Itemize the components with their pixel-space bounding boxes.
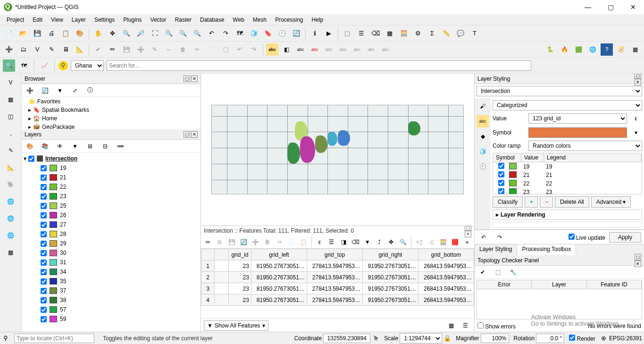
col-grid-left[interactable]: grid_left: [251, 249, 307, 260]
scale-select[interactable]: 1:1294744: [400, 333, 442, 344]
class-row[interactable]: 2323: [493, 188, 642, 194]
symbology-tab[interactable]: 🖌: [477, 100, 489, 112]
diagram-button[interactable]: ◧: [280, 43, 293, 56]
legend-checkbox[interactable]: [41, 165, 47, 171]
delete-selected-button[interactable]: 🗑: [177, 43, 189, 56]
field-calc-button[interactable]: 🧮: [398, 27, 410, 40]
label-change-button[interactable]: abc: [365, 43, 377, 56]
browser-item[interactable]: Home: [42, 115, 57, 122]
topology-results-table[interactable]: Error Layer Feature ID: [477, 280, 642, 319]
attr-save-button[interactable]: 💾: [227, 236, 237, 248]
layer-rendering-section[interactable]: ▸ Layer Rendering: [493, 210, 642, 220]
legend-checkbox[interactable]: [41, 203, 47, 209]
legend-item[interactable]: 28: [24, 229, 199, 239]
attr-filter-button[interactable]: ▼: [362, 236, 372, 248]
attr-pan-button[interactable]: ✥: [386, 236, 396, 248]
attr-multiedit-button[interactable]: ⧉: [215, 236, 225, 248]
open-project-button[interactable]: 📂: [17, 27, 29, 40]
zoom-last-button[interactable]: ↶: [205, 27, 217, 40]
attr-select-all-button[interactable]: ☰: [326, 236, 336, 248]
class-checkbox[interactable]: [498, 171, 504, 177]
plugin-fire-button[interactable]: 🔥: [558, 43, 570, 56]
tab-processing-toolbox[interactable]: Processing Toolbox: [517, 244, 576, 255]
menu-processing[interactable]: Processing: [271, 16, 307, 24]
class-checkbox[interactable]: [498, 180, 504, 186]
class-row[interactable]: 2121: [493, 171, 642, 179]
legend-item[interactable]: 22: [24, 182, 199, 192]
refresh-button[interactable]: 🔄: [290, 27, 302, 40]
table-row[interactable]: 22381950.27673051…278413.5947953…91950.2…: [201, 272, 474, 283]
deselect-button[interactable]: ⌫: [369, 27, 382, 40]
legend-item[interactable]: 25: [24, 201, 199, 210]
style-manager-button[interactable]: 🎨: [74, 27, 86, 40]
ct-value-head[interactable]: Value: [521, 153, 544, 162]
measure-button[interactable]: 📏: [440, 27, 452, 40]
value-field-select[interactable]: 123 grid_id: [528, 113, 627, 124]
attr-reload-button[interactable]: 🔄: [239, 236, 249, 248]
attr-cut-button[interactable]: ✂: [275, 236, 284, 248]
crs-button[interactable]: ⊕ EPSG:26391: [600, 335, 642, 342]
new-spatialite-button[interactable]: 🖥: [59, 43, 72, 56]
menu-layer[interactable]: Layer: [68, 16, 90, 24]
legend-checkbox[interactable]: [41, 260, 47, 266]
table-row[interactable]: 42381950.27673051…278413.5947953…91950.2…: [201, 294, 474, 306]
legend-item[interactable]: 35: [24, 277, 199, 286]
zoom-full-button[interactable]: ⛶: [149, 27, 161, 40]
attr-add-feature-button[interactable]: ➕: [251, 236, 260, 248]
plugin-globe-button[interactable]: 🌐: [586, 43, 599, 56]
rotation-input[interactable]: [536, 334, 564, 343]
show-errors-checkbox[interactable]: Show errors: [477, 322, 516, 330]
legend-checkbox[interactable]: [41, 269, 47, 275]
current-edits-button[interactable]: ✔: [92, 43, 104, 56]
attr-move-top-button[interactable]: ⤴: [374, 236, 384, 248]
legend-item[interactable]: 37: [24, 286, 199, 295]
render-checkbox[interactable]: Render: [569, 335, 595, 342]
legend-item[interactable]: 26: [24, 210, 199, 220]
styling-undock-button[interactable]: ▢: [635, 74, 641, 79]
annotation-button[interactable]: T: [468, 27, 481, 40]
new-virtual-button[interactable]: 📐: [74, 43, 86, 56]
attr-new-field-button[interactable]: +▯: [414, 236, 424, 248]
col-grid-bottom[interactable]: grid_bottom: [418, 249, 474, 260]
select-value-button[interactable]: ☰: [355, 27, 368, 40]
menu-database[interactable]: Database: [196, 16, 228, 24]
add-vector-button[interactable]: ➕: [3, 43, 15, 56]
legend-checkbox[interactable]: [41, 184, 47, 190]
label-pin-button[interactable]: abc: [309, 43, 321, 56]
classify-table[interactable]: Symbol Value Legend 1919212122222323: [493, 153, 642, 194]
zoom-selection-button[interactable]: 🔍: [163, 27, 175, 40]
expand-icon[interactable]: ▸: [28, 107, 31, 113]
new-3d-view-button[interactable]: 🧊: [248, 27, 260, 40]
add-class-button[interactable]: +: [525, 196, 538, 208]
pan-to-selection-button[interactable]: ✥: [106, 27, 118, 40]
save-edits-button[interactable]: 💾: [120, 43, 133, 56]
show-all-features-button[interactable]: ▼ Show All Features ▾: [204, 320, 268, 331]
digitize-button[interactable]: ✎: [149, 43, 161, 56]
expand-all-button[interactable]: ⊞: [84, 140, 96, 152]
attr-select-expr-button[interactable]: ε: [315, 236, 325, 248]
menu-project[interactable]: Project: [3, 16, 28, 24]
legend-checkbox[interactable]: [41, 231, 47, 237]
style-undo-button[interactable]: ↶: [477, 231, 490, 243]
rendering-scroll[interactable]: [493, 222, 642, 227]
menu-web[interactable]: Web: [229, 16, 248, 24]
search-region-select[interactable]: Ghana: [71, 60, 104, 71]
class-row[interactable]: 1919: [493, 162, 642, 171]
ct-symbol-head[interactable]: Symbol: [493, 153, 521, 162]
copy-button[interactable]: 📄: [205, 43, 217, 56]
add-wms-layer-button[interactable]: 🌐: [4, 194, 18, 209]
zoom-layer-button[interactable]: 🔍: [177, 27, 189, 40]
browser-item[interactable]: GeoPackage: [42, 124, 75, 129]
masks-tab[interactable]: ◆: [477, 130, 489, 143]
browser-refresh-button[interactable]: 🔄: [39, 84, 51, 97]
extents-icon[interactable]: 🖱: [372, 335, 379, 342]
python-console-button[interactable]: 🐍: [544, 43, 556, 56]
browser-undock-button[interactable]: ▢: [184, 76, 190, 82]
legend-item[interactable]: 23: [24, 192, 199, 201]
col-grid-right[interactable]: grid_right: [362, 249, 418, 260]
topo-configure-button[interactable]: 🔧: [507, 266, 519, 278]
cut-button[interactable]: ✂: [191, 43, 203, 56]
attr-delete-button[interactable]: 🗑: [263, 236, 273, 248]
browser-filter-button[interactable]: ▼: [54, 84, 66, 97]
color-ramp-select[interactable]: Random colors: [528, 141, 642, 151]
